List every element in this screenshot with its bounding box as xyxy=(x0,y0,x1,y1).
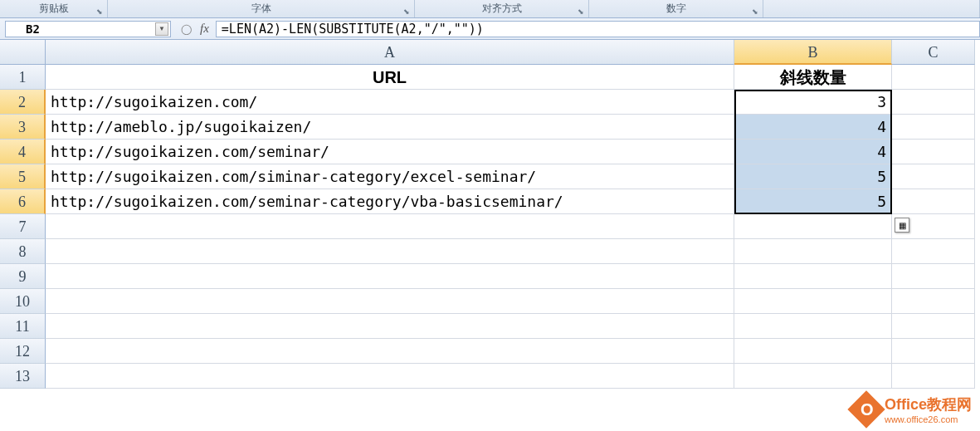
formula-input[interactable]: =LEN(A2)-LEN(SUBSTITUTE(A2,"/","")) xyxy=(216,21,980,37)
name-box[interactable]: B2 ▼ xyxy=(5,21,171,37)
cell-A4[interactable]: http://sugoikaizen.com/seminar/ xyxy=(46,140,734,164)
cell[interactable] xyxy=(46,314,734,339)
row-header[interactable]: 3 xyxy=(0,115,46,140)
cell[interactable] xyxy=(734,314,892,339)
watermark-title: Office教程网 xyxy=(885,396,972,413)
cell[interactable] xyxy=(734,364,892,389)
cell[interactable] xyxy=(892,264,975,289)
cell[interactable] xyxy=(46,364,734,389)
cell-B3[interactable]: 4 xyxy=(734,115,892,140)
cell[interactable] xyxy=(892,364,975,389)
office-logo-icon xyxy=(847,390,885,428)
cell[interactable] xyxy=(734,239,892,264)
cell[interactable] xyxy=(46,339,734,364)
ribbon-group-clipboard: 剪贴板 ⬊ xyxy=(0,0,108,17)
column-header-C[interactable]: C xyxy=(892,40,975,65)
cell-C4[interactable] xyxy=(892,140,975,164)
row-header[interactable]: 2 xyxy=(0,90,46,115)
cell[interactable] xyxy=(734,214,892,239)
cell-A5[interactable]: http://sugoikaizen.com/siminar-category/… xyxy=(46,164,734,189)
cell-C2[interactable] xyxy=(892,90,975,115)
row-header[interactable]: 7 xyxy=(0,214,46,239)
cell-A1[interactable]: URL xyxy=(46,65,734,90)
cell-A6[interactable]: http://sugoikaizen.com/seminar-category/… xyxy=(46,189,734,214)
ribbon-group-labels: 剪贴板 ⬊ 字体 ⬊ 对齐方式 ⬊ 数字 ⬊ xyxy=(0,0,980,18)
ribbon-label: 对齐方式 xyxy=(482,2,522,16)
ribbon-group-spacer xyxy=(763,0,980,17)
cell[interactable] xyxy=(734,264,892,289)
cell[interactable] xyxy=(892,314,975,339)
dialog-launcher-icon[interactable]: ⬊ xyxy=(752,7,760,16)
row-header[interactable]: 12 xyxy=(0,339,46,364)
row-header[interactable]: 5 xyxy=(0,164,46,189)
formula-bar: B2 ▼ ◯ fx =LEN(A2)-LEN(SUBSTITUTE(A2,"/"… xyxy=(0,18,980,40)
cell-A2[interactable]: http://sugoikaizen.com/ xyxy=(46,90,734,115)
dialog-launcher-icon[interactable]: ⬊ xyxy=(578,7,586,16)
spreadsheet-grid[interactable]: A B C 1 URL 斜线数量 2 http://sugoikaizen.co… xyxy=(0,40,980,389)
select-all-corner[interactable] xyxy=(0,40,46,65)
name-box-value: B2 xyxy=(6,22,40,36)
ribbon-label: 剪贴板 xyxy=(39,2,69,16)
autofill-options-icon[interactable]: ▦ xyxy=(895,218,909,233)
cell[interactable] xyxy=(892,339,975,364)
cell-C6[interactable] xyxy=(892,189,975,214)
cell[interactable] xyxy=(734,339,892,364)
cell[interactable] xyxy=(46,214,734,239)
chevron-down-icon[interactable]: ▼ xyxy=(155,22,168,36)
row-header[interactable]: 13 xyxy=(0,364,46,389)
cell[interactable] xyxy=(892,239,975,264)
cell[interactable] xyxy=(892,289,975,314)
ribbon-label: 字体 xyxy=(251,2,271,16)
cell-B5[interactable]: 5 xyxy=(734,164,892,189)
cell-C3[interactable] xyxy=(892,115,975,140)
fx-icon[interactable]: fx xyxy=(200,22,209,36)
ribbon-group-font: 字体 ⬊ xyxy=(108,0,415,17)
cell[interactable] xyxy=(46,289,734,314)
cell-B1[interactable]: 斜线数量 xyxy=(734,65,892,90)
row-header[interactable]: 6 xyxy=(0,189,46,214)
cell-B6[interactable]: 5 xyxy=(734,189,892,214)
watermark: Office教程网 www.office26.com xyxy=(853,394,972,424)
row-header[interactable]: 9 xyxy=(0,264,46,289)
ribbon-label: 数字 xyxy=(666,2,686,16)
cell[interactable] xyxy=(46,264,734,289)
cell-B2[interactable]: 3 xyxy=(734,90,892,115)
cell-A3[interactable]: http://ameblo.jp/sugoikaizen/ xyxy=(46,115,734,140)
row-header[interactable]: 4 xyxy=(0,140,46,164)
dialog-launcher-icon[interactable]: ⬊ xyxy=(403,7,412,16)
row-header[interactable]: 11 xyxy=(0,314,46,339)
ribbon-group-number: 数字 ⬊ xyxy=(589,0,763,17)
cell[interactable] xyxy=(734,289,892,314)
ribbon-group-alignment: 对齐方式 ⬊ xyxy=(415,0,589,17)
cell-B4[interactable]: 4 xyxy=(734,140,892,164)
formula-text: =LEN(A2)-LEN(SUBSTITUTE(A2,"/","")) xyxy=(222,22,484,37)
watermark-url: www.office26.com xyxy=(885,414,972,424)
cell[interactable] xyxy=(46,239,734,264)
formula-bar-buttons: ◯ xyxy=(176,23,197,35)
circle-icon: ◯ xyxy=(181,23,192,35)
column-header-B[interactable]: B xyxy=(734,40,892,65)
row-header[interactable]: 1 xyxy=(0,65,46,90)
dialog-launcher-icon[interactable]: ⬊ xyxy=(96,7,105,16)
watermark-text: Office教程网 www.office26.com xyxy=(885,394,972,424)
cell-C1[interactable] xyxy=(892,65,975,90)
column-header-A[interactable]: A xyxy=(46,40,734,65)
row-header[interactable]: 8 xyxy=(0,239,46,264)
cell-C5[interactable] xyxy=(892,164,975,189)
row-header[interactable]: 10 xyxy=(0,289,46,314)
